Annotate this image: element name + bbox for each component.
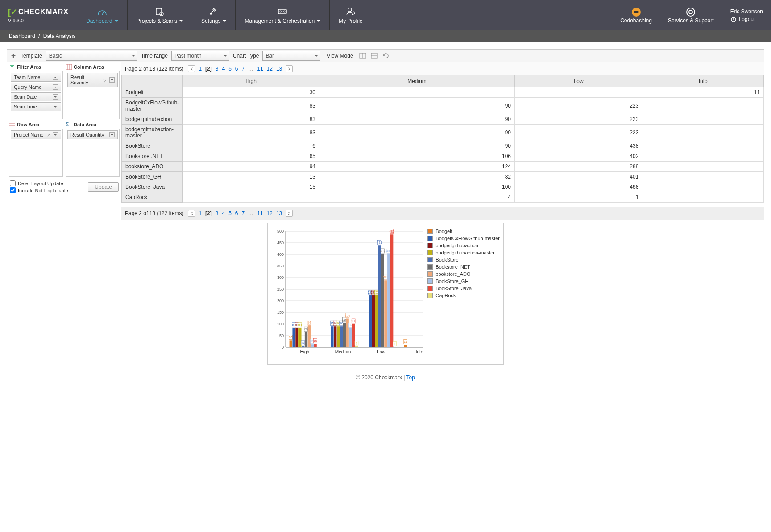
row-header[interactable]: BodgeitCxFlowGithub-master	[122, 98, 183, 114]
svg-rect-109	[375, 295, 378, 347]
pager-page[interactable]: 4	[222, 210, 225, 216]
logout-button[interactable]: Logout	[730, 16, 763, 22]
chart-type-select[interactable]: Bar	[262, 51, 320, 61]
row-header[interactable]: bodgeitgithubaction-master	[122, 125, 183, 141]
codebashing-icon	[631, 7, 641, 17]
svg-rect-18	[66, 64, 72, 70]
svg-text:250: 250	[277, 287, 284, 291]
legend-item[interactable]: BodgeitCxFlowGithub-master	[427, 236, 500, 241]
svg-rect-56	[298, 328, 301, 347]
columns-icon	[66, 64, 72, 70]
nav-my-profile[interactable]: My Profile	[329, 0, 371, 30]
column-header[interactable]: Medium	[319, 75, 514, 87]
svg-text:Info: Info	[416, 349, 423, 354]
breadcrumb-root[interactable]: Dashboard	[9, 33, 35, 39]
legend-item[interactable]: bodgeitgithubaction-master	[427, 250, 500, 255]
row-header[interactable]: bookstore_ADO	[122, 162, 183, 172]
pager-page[interactable]: 7	[242, 66, 245, 72]
row-header[interactable]: bodgeitgithubaction	[122, 114, 183, 125]
pager-prev[interactable]: <	[188, 65, 195, 72]
pager-page[interactable]: 3	[216, 66, 219, 72]
row-header[interactable]: Bookstore .NET	[122, 151, 183, 162]
field-chip[interactable]: Query Name	[11, 83, 61, 91]
view-grid-icon[interactable]	[359, 52, 367, 60]
defer-layout-checkbox[interactable]: Defer Layout Update	[10, 180, 68, 186]
field-chip[interactable]: Result Quantity	[67, 130, 118, 139]
legend-item[interactable]: Bodgeit	[427, 229, 500, 234]
legend-item[interactable]: BookStore_Java	[427, 286, 500, 291]
legend-item[interactable]: BookStore	[427, 257, 500, 262]
column-header[interactable]: High	[183, 75, 319, 87]
pager-page[interactable]: 13	[276, 210, 282, 216]
chart-type-label: Chart Type	[233, 53, 259, 59]
pager-page[interactable]: 3	[216, 210, 219, 216]
svg-rect-90	[346, 319, 348, 347]
row-header[interactable]: CapRock	[122, 192, 183, 203]
pager-page[interactable]: 11	[257, 66, 263, 72]
update-button[interactable]: Update	[88, 182, 119, 192]
field-chip[interactable]: Scan Date	[11, 92, 61, 101]
row-header[interactable]: Bodgeit	[122, 87, 183, 98]
nav-management-orchestration[interactable]: Management & Orchestration	[235, 0, 329, 30]
pager-page[interactable]: 12	[267, 66, 273, 72]
field-chip[interactable]: Scan Time	[11, 102, 61, 111]
template-select[interactable]: Basic	[46, 51, 137, 61]
pager-page[interactable]: [2]	[205, 66, 212, 72]
legend-item[interactable]: bookstore_ADO	[427, 271, 500, 277]
legend-item[interactable]: bodgeitgithubaction	[427, 243, 500, 248]
add-template-button[interactable]: ✚	[10, 52, 17, 59]
svg-text:82: 82	[349, 324, 352, 327]
svg-text:11: 11	[404, 340, 407, 343]
include-not-exploitable-checkbox[interactable]: Include Not Exploitable	[10, 187, 68, 193]
pager-page[interactable]: 11	[257, 210, 263, 216]
row-header[interactable]: BookStore	[122, 141, 183, 151]
svg-text:6: 6	[302, 341, 304, 345]
svg-text:124: 124	[345, 314, 350, 317]
svg-text:500: 500	[277, 229, 284, 233]
table-row: bookstore_ADO94124288	[122, 162, 764, 172]
svg-text:Σ: Σ	[66, 122, 69, 127]
pager-page[interactable]: 5	[228, 66, 232, 72]
legend-item[interactable]: BookStore_GH	[427, 278, 500, 284]
field-chip[interactable]: Result Severity▽	[67, 73, 118, 87]
nav-settings[interactable]: Settings	[192, 0, 235, 30]
pager-top: Page 2 of 13 (122 items)<1[2]34567…11121…	[121, 62, 764, 75]
nav-projects-scans[interactable]: Projects & Scans	[127, 0, 192, 30]
time-range-select[interactable]: Past month	[171, 51, 229, 61]
svg-rect-131	[404, 345, 407, 347]
svg-point-5	[283, 11, 285, 12]
field-chip[interactable]: Team Name	[11, 73, 61, 82]
pager-prev[interactable]: <	[188, 210, 195, 217]
pager-page[interactable]: 6	[235, 210, 238, 216]
column-header[interactable]: Info	[642, 75, 764, 87]
svg-text:150: 150	[277, 310, 284, 315]
pager-next[interactable]: >	[286, 210, 293, 217]
row-header[interactable]: BookStore_GH	[122, 172, 183, 182]
pager-page[interactable]: 1	[199, 66, 202, 72]
field-chip[interactable]: Project Name△	[11, 130, 61, 139]
legend-item[interactable]: Bookstore .NET	[427, 264, 500, 270]
top-link[interactable]: Top	[406, 374, 415, 381]
svg-text:15: 15	[314, 339, 317, 342]
svg-point-11	[689, 10, 692, 14]
grid-panel: Page 2 of 13 (122 items)<1[2]34567…11121…	[121, 62, 764, 220]
logo-block: [✓ CHECKMARX V 9.3.0	[0, 0, 77, 30]
pager-page[interactable]: 6	[235, 66, 238, 72]
pager-page[interactable]: [2]	[205, 210, 212, 216]
refresh-icon[interactable]	[382, 52, 390, 60]
services-support-link[interactable]: Services & Support	[660, 0, 722, 30]
row-header[interactable]: BookStore_Java	[122, 182, 183, 192]
pager-page[interactable]: 7	[242, 210, 245, 216]
nav-dashboard[interactable]: Dashboard	[77, 0, 127, 30]
column-header[interactable]: Low	[515, 75, 642, 87]
codebashing-link[interactable]: Codebashing	[612, 0, 660, 30]
pager-page[interactable]: 5	[228, 210, 232, 216]
view-chart-icon[interactable]	[370, 52, 378, 60]
pager-page[interactable]: 4	[222, 66, 225, 72]
pager-page[interactable]: 1	[199, 210, 202, 216]
pager-next[interactable]: >	[286, 65, 293, 72]
pager-page[interactable]: 12	[267, 210, 273, 216]
pager-page[interactable]: 13	[276, 66, 282, 72]
svg-text:350: 350	[277, 264, 284, 268]
legend-item[interactable]: CapRock	[427, 293, 500, 298]
